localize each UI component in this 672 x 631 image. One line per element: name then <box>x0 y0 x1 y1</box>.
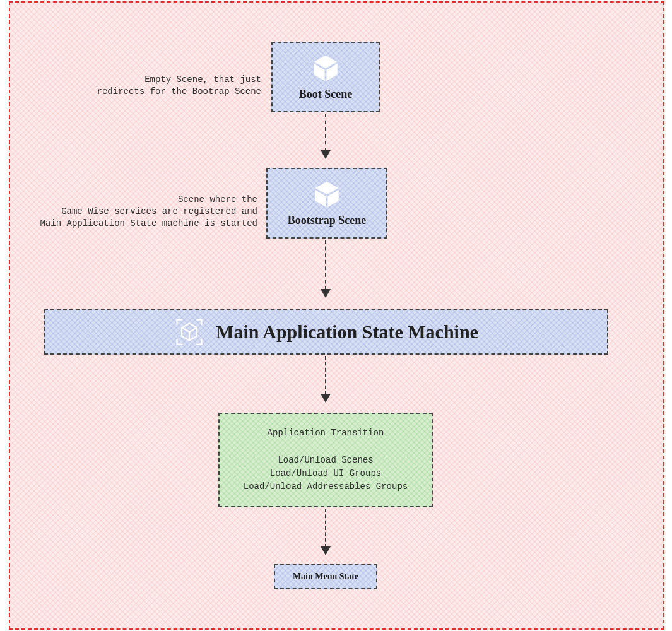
boot-scene-caption: Empty Scene, that just redirects for the… <box>92 74 261 98</box>
boot-scene-node: Boot Scene <box>271 42 380 112</box>
bootstrap-scene-caption: Scene where the Game Wise services are r… <box>35 194 257 230</box>
unity-cube-icon <box>311 54 340 83</box>
arrow-statemachine-to-transition <box>321 356 331 403</box>
bootstrap-scene-node: Bootstrap Scene <box>266 168 387 239</box>
bootstrap-scene-title: Bootstrap Scene <box>288 214 367 227</box>
arrow-bootstrap-to-statemachine <box>321 240 331 298</box>
main-menu-state-node: Main Menu State <box>274 564 377 589</box>
main-menu-state-title: Main Menu State <box>293 572 358 582</box>
scan-cube-icon <box>174 317 204 347</box>
state-machine-node: Main Application State Machine <box>44 309 608 355</box>
application-transition-title: Application Transition <box>268 427 384 440</box>
boot-scene-title: Boot Scene <box>299 88 353 101</box>
state-machine-title: Main Application State Machine <box>216 321 478 343</box>
arrow-boot-to-bootstrap <box>321 114 331 159</box>
transition-line-2: Load/Unload UI Groups <box>270 467 381 480</box>
transition-line-1: Load/Unload Scenes <box>278 454 373 467</box>
arrow-transition-to-mainmenu <box>321 509 331 555</box>
application-transition-node: Application Transition Load/Unload Scene… <box>218 413 433 507</box>
transition-line-3: Load/Unload Addressables Groups <box>244 480 408 493</box>
unity-cube-icon <box>312 180 341 209</box>
outer-frame: Boot Scene Empty Scene, that just redire… <box>9 1 664 630</box>
